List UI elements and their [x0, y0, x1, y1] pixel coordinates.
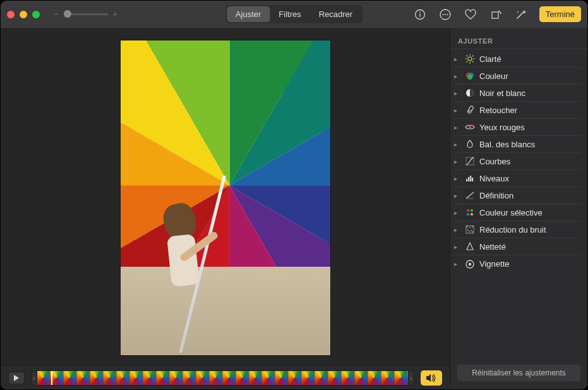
- titlebar: − + Ajuster Filtres Recadrer: [1, 1, 587, 28]
- tab-crop[interactable]: Recadrer: [310, 6, 361, 22]
- adjustment-row[interactable]: ▸Retoucher: [454, 102, 581, 119]
- disclosure-icon: ▸: [454, 243, 460, 250]
- wb-icon: [464, 138, 476, 150]
- adjustment-label: Clarté: [479, 54, 501, 64]
- adjustment-row[interactable]: ▸Niveaux: [454, 170, 581, 187]
- disclosure-icon: ▸: [454, 192, 460, 199]
- svg-point-6: [447, 13, 448, 15]
- close-window-button[interactable]: [7, 11, 15, 18]
- levels-icon: [464, 173, 476, 184]
- adjustments-list: ▸Clarté▸Couleur▸Noir et blanc▸Retoucher▸…: [450, 49, 587, 272]
- zoom-track[interactable]: [64, 13, 108, 15]
- zoom-slider[interactable]: − +: [54, 9, 117, 19]
- adjustment-row[interactable]: ▸Définition: [454, 187, 581, 204]
- clip-strip[interactable]: ‹ ›: [31, 370, 414, 386]
- svg-line-17: [467, 61, 468, 63]
- adjustment-label: Vignette: [479, 259, 509, 269]
- favorite-icon[interactable]: [464, 8, 477, 21]
- adjustment-label: Couleur: [479, 71, 508, 81]
- svg-rect-27: [468, 177, 469, 181]
- adjustment-label: Yeux rouges: [479, 123, 525, 132]
- adjustment-row[interactable]: ▸Couleur sélective: [454, 204, 581, 221]
- svg-line-16: [472, 56, 474, 57]
- play-button[interactable]: [8, 372, 25, 384]
- adjustment-label: Couleur sélective: [479, 208, 543, 217]
- svg-rect-1: [419, 13, 420, 16]
- edit-mode-tabs: Ajuster Filtres Recadrer: [225, 5, 363, 23]
- rotate-icon[interactable]: [489, 8, 503, 21]
- maximize-window-button[interactable]: [32, 11, 40, 18]
- svg-rect-40: [469, 231, 470, 233]
- adjustment-row[interactable]: ▸Bal. des blancs: [454, 136, 581, 153]
- adjust-sidebar: AJUSTER ▸Clarté▸Couleur▸Noir et blanc▸Re…: [450, 28, 587, 389]
- sharpen-icon: [464, 241, 476, 252]
- app-window: − + Ajuster Filtres Recadrer: [0, 0, 588, 390]
- disclosure-icon: ▸: [454, 90, 460, 97]
- vignette-icon: [464, 259, 476, 270]
- adjustment-row[interactable]: ▸Couleur: [454, 68, 581, 85]
- disclosure-icon: ▸: [454, 124, 460, 131]
- svg-rect-7: [492, 12, 498, 18]
- svg-point-30: [467, 209, 469, 212]
- adjustment-label: Réduction du bruit: [479, 225, 546, 235]
- adjustment-label: Définition: [479, 191, 513, 200]
- auto-enhance-icon[interactable]: [514, 8, 528, 21]
- light-icon: [464, 53, 476, 64]
- photo-preview: [121, 40, 330, 355]
- more-icon[interactable]: [438, 8, 452, 21]
- adjustment-row[interactable]: ▸Courbes: [454, 153, 581, 170]
- tab-filters[interactable]: Filtres: [270, 6, 309, 22]
- svg-line-15: [472, 61, 474, 63]
- body: ‹ › AJUSTER ▸Clarté▸Couleur▸Noir et blan…: [1, 28, 587, 389]
- zoom-thumb[interactable]: [64, 10, 71, 18]
- svg-point-8: [517, 11, 519, 13]
- svg-point-24: [469, 126, 472, 129]
- adjustment-row[interactable]: ▸Netteté: [454, 238, 581, 255]
- volume-button[interactable]: [421, 370, 442, 386]
- disclosure-icon: ▸: [454, 56, 460, 63]
- svg-rect-39: [471, 230, 472, 231]
- trim-start-handle[interactable]: ‹: [31, 370, 37, 386]
- svg-rect-35: [467, 226, 468, 228]
- info-icon[interactable]: [413, 8, 427, 21]
- main-area: ‹ ›: [1, 28, 450, 389]
- definition-icon: [464, 190, 476, 201]
- svg-rect-41: [472, 231, 473, 233]
- color-icon: [464, 70, 476, 82]
- svg-rect-29: [472, 178, 473, 181]
- adjustment-label: Bal. des blancs: [479, 140, 535, 149]
- svg-rect-22: [467, 106, 474, 114]
- photo-canvas[interactable]: [1, 28, 450, 365]
- adjustment-row[interactable]: ▸Réduction du bruit: [454, 221, 581, 238]
- adjustment-row[interactable]: ▸Noir et blanc: [454, 85, 581, 102]
- svg-rect-2: [419, 11, 420, 13]
- tab-adjust[interactable]: Ajuster: [227, 6, 270, 22]
- disclosure-icon: ▸: [454, 226, 460, 233]
- disclosure-icon: ▸: [454, 73, 460, 80]
- redeye-icon: [464, 121, 476, 133]
- svg-point-31: [471, 209, 473, 212]
- playhead[interactable]: [51, 370, 52, 386]
- minimize-window-button[interactable]: [20, 11, 27, 18]
- selcolor-icon: [464, 207, 476, 218]
- adjustment-label: Retoucher: [479, 106, 517, 115]
- done-button[interactable]: Terminé: [539, 6, 581, 22]
- zoom-minus-label: −: [54, 9, 59, 19]
- video-timeline: ‹ ›: [1, 365, 450, 389]
- filmstrip[interactable]: [37, 370, 408, 386]
- trim-end-handle[interactable]: ›: [408, 370, 414, 386]
- disclosure-icon: ▸: [454, 158, 460, 165]
- retouch-icon: [464, 104, 476, 116]
- adjustment-row[interactable]: ▸Yeux rouges: [454, 119, 581, 136]
- adjustment-label: Noir et blanc: [479, 88, 525, 98]
- curves-icon: [464, 155, 476, 167]
- adjustment-row[interactable]: ▸Clarté: [454, 51, 581, 68]
- svg-point-33: [471, 213, 473, 216]
- svg-rect-38: [467, 229, 469, 231]
- reset-adjustments-button[interactable]: Réinitialiser les ajustements: [457, 364, 581, 382]
- adjustment-label: Niveaux: [479, 174, 509, 183]
- svg-rect-26: [466, 179, 467, 181]
- svg-point-5: [445, 13, 446, 15]
- zoom-plus-label: +: [113, 9, 118, 19]
- adjustment-row[interactable]: ▸Vignette: [454, 255, 581, 272]
